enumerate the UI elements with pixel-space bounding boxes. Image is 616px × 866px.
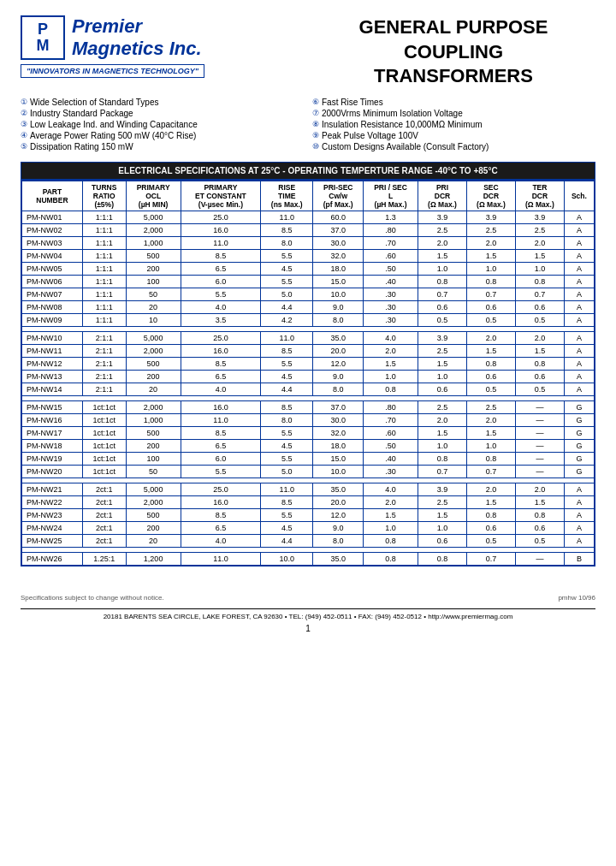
cell-et: 16.0 bbox=[181, 496, 260, 509]
cell-pri_dcr: 0.7 bbox=[418, 466, 467, 478]
cell-pri_dcr: 0.5 bbox=[418, 314, 467, 327]
cell-pri_dcr: 2.0 bbox=[418, 237, 467, 250]
col-header-et: PRIMARYET CONSTANT(V-µsec Min.) bbox=[181, 181, 260, 211]
cell-rise: 4.5 bbox=[261, 440, 313, 453]
cell-ter_dcr: 0.5 bbox=[515, 535, 564, 548]
cell-pri_dcr: 0.6 bbox=[418, 301, 467, 314]
cell-prisec2: .60 bbox=[364, 427, 418, 440]
feature-text: Peak Pulse Voltage 100V bbox=[322, 131, 418, 140]
table-row: PM-NW081:1:1204.04.49.0.300.60.60.6A bbox=[21, 301, 595, 314]
cell-ter_dcr: 0.8 bbox=[515, 509, 564, 522]
cell-ter_dcr: — bbox=[515, 414, 564, 427]
cell-prisec: 32.0 bbox=[313, 427, 364, 440]
cell-part: PM-NW07 bbox=[21, 288, 82, 301]
cell-sec_dcr: 0.8 bbox=[466, 453, 515, 466]
footer-note: Specifications subject to change without… bbox=[21, 594, 164, 602]
cell-part: PM-NW02 bbox=[21, 224, 82, 237]
cell-part: PM-NW09 bbox=[21, 314, 82, 327]
cell-et: 8.5 bbox=[181, 427, 260, 440]
cell-sec_dcr: 1.0 bbox=[466, 440, 515, 453]
cell-sec_dcr: 2.0 bbox=[466, 483, 515, 496]
cell-sch: A bbox=[564, 263, 595, 276]
col-header-turns: TURNSRATIO(±5%) bbox=[82, 181, 126, 211]
cell-ter_dcr: 0.5 bbox=[515, 314, 564, 327]
cell-pri_dcr: 0.7 bbox=[418, 288, 467, 301]
cell-sch: A bbox=[564, 535, 595, 548]
footer-right-note: pmhw 10/96 bbox=[558, 594, 595, 602]
cell-ter_dcr: 1.5 bbox=[515, 345, 564, 358]
cell-prisec2: 1.0 bbox=[364, 522, 418, 535]
cell-et: 6.5 bbox=[181, 440, 260, 453]
cell-prisec: 35.0 bbox=[313, 553, 364, 566]
col-header-pri_dcr: PRIDCR(Ω Max.) bbox=[418, 181, 467, 211]
cell-rise: 5.5 bbox=[261, 250, 313, 263]
col-header-sec_dcr: SECDCR(Ω Max.) bbox=[466, 181, 515, 211]
cell-sch: B bbox=[564, 553, 595, 566]
feature-item: ⑥Fast Rise Times bbox=[312, 98, 595, 107]
cell-sec_dcr: 0.8 bbox=[466, 509, 515, 522]
cell-rise: 11.0 bbox=[261, 332, 313, 345]
cell-prisec: 30.0 bbox=[313, 237, 364, 250]
table-row: PM-NW091:1:1103.54.28.0.300.50.50.5A bbox=[21, 314, 595, 327]
page-header: P M PremierMagnetics Inc. "INNOVATORS IN… bbox=[21, 15, 595, 89]
cell-sch: A bbox=[564, 332, 595, 345]
cell-ter_dcr: 1.5 bbox=[515, 496, 564, 509]
table-row: PM-NW252ct:1204.04.48.00.80.60.50.5A bbox=[21, 535, 595, 548]
col-header-ocl: PRIMARYOCL(µH MIN) bbox=[126, 181, 181, 211]
cell-prisec2: 0.8 bbox=[364, 383, 418, 396]
feature-bullet: ⑧ bbox=[312, 120, 319, 128]
cell-ocl: 50 bbox=[126, 466, 181, 478]
table-row: PM-NW041:1:15008.55.532.0.601.51.51.5A bbox=[21, 250, 595, 263]
cell-et: 6.5 bbox=[181, 522, 260, 535]
table-row: PM-NW151ct:1ct2,00016.08.537.0.802.52.5—… bbox=[21, 401, 595, 414]
cell-rise: 5.5 bbox=[261, 427, 313, 440]
cell-ocl: 20 bbox=[126, 383, 181, 396]
cell-prisec2: 1.5 bbox=[364, 358, 418, 371]
cell-rise: 8.5 bbox=[261, 224, 313, 237]
cell-pri_dcr: 3.9 bbox=[418, 211, 467, 224]
footer-page: 1 bbox=[21, 624, 595, 633]
pm-m: M bbox=[37, 38, 50, 55]
cell-part: PM-NW22 bbox=[21, 496, 82, 509]
cell-sec_dcr: 0.7 bbox=[466, 553, 515, 566]
feature-bullet: ④ bbox=[21, 131, 27, 139]
cell-ocl: 2,000 bbox=[126, 224, 181, 237]
cell-turns: 1.25:1 bbox=[82, 553, 126, 566]
cell-prisec2: 2.0 bbox=[364, 496, 418, 509]
cell-prisec: 20.0 bbox=[313, 496, 364, 509]
cell-ter_dcr: 0.7 bbox=[515, 288, 564, 301]
table-row: PM-NW191ct:1ct1006.05.515.0.400.80.8—G bbox=[21, 453, 595, 466]
cell-et: 5.5 bbox=[181, 466, 260, 478]
cell-part: PM-NW16 bbox=[21, 414, 82, 427]
cell-ocl: 20 bbox=[126, 535, 181, 548]
cell-prisec: 18.0 bbox=[313, 440, 364, 453]
cell-ter_dcr: 0.8 bbox=[515, 358, 564, 371]
table-row: PM-NW061:1:11006.05.515.0.400.80.80.8A bbox=[21, 276, 595, 288]
feature-text: Insulation Resistance 10,000MΩ Minimum bbox=[322, 120, 483, 129]
cell-prisec: 10.0 bbox=[313, 466, 364, 478]
cell-turns: 1ct:1ct bbox=[82, 401, 126, 414]
cell-prisec2: 4.0 bbox=[364, 332, 418, 345]
feature-text: Custom Designs Available (Consult Factor… bbox=[322, 142, 489, 151]
cell-ocl: 50 bbox=[126, 288, 181, 301]
cell-ter_dcr: — bbox=[515, 466, 564, 478]
cell-ocl: 2,000 bbox=[126, 496, 181, 509]
cell-turns: 2ct:1 bbox=[82, 535, 126, 548]
cell-part: PM-NW26 bbox=[21, 553, 82, 566]
cell-ocl: 100 bbox=[126, 276, 181, 288]
cell-et: 6.0 bbox=[181, 453, 260, 466]
cell-ocl: 2,000 bbox=[126, 345, 181, 358]
cell-rise: 5.5 bbox=[261, 509, 313, 522]
cell-turns: 1:1:1 bbox=[82, 288, 126, 301]
cell-sch: A bbox=[564, 211, 595, 224]
cell-ter_dcr: 2.0 bbox=[515, 237, 564, 250]
cell-prisec: 30.0 bbox=[313, 414, 364, 427]
cell-rise: 4.4 bbox=[261, 535, 313, 548]
cell-ocl: 5,000 bbox=[126, 332, 181, 345]
cell-ter_dcr: — bbox=[515, 401, 564, 414]
cell-sch: G bbox=[564, 414, 595, 427]
cell-sec_dcr: 0.6 bbox=[466, 522, 515, 535]
cell-pri_dcr: 3.9 bbox=[418, 332, 467, 345]
cell-turns: 1:1:1 bbox=[82, 263, 126, 276]
cell-turns: 2:1:1 bbox=[82, 332, 126, 345]
